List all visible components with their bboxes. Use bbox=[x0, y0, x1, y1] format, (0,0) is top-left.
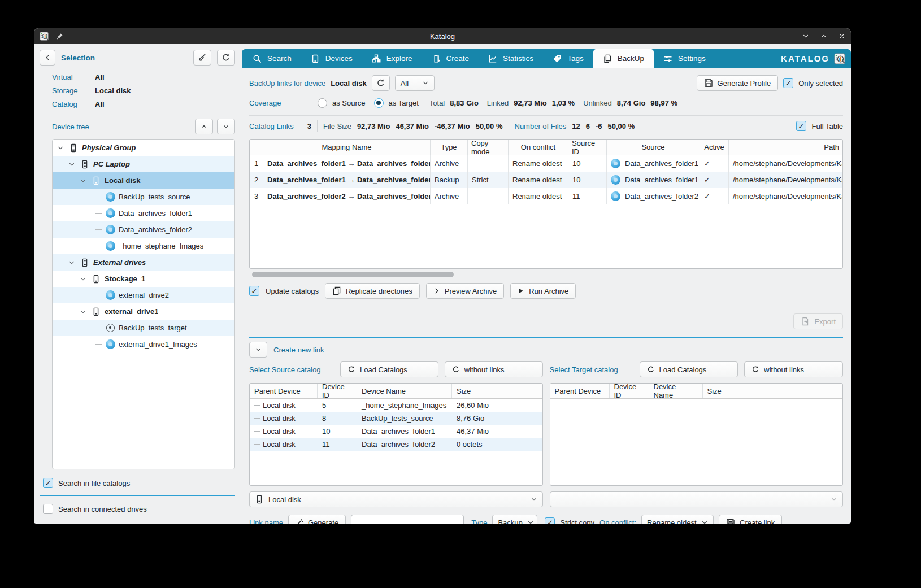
tree-item-external-drive2[interactable]: external_drive2 bbox=[53, 287, 234, 303]
tree-item-backup-tests-target[interactable]: BackUp_tests_target bbox=[53, 320, 234, 336]
chevron-down-icon bbox=[831, 496, 837, 503]
table-row[interactable]: Local disk 11 Data_archives_folder2 0 oc… bbox=[250, 438, 542, 451]
full-table-checkbox[interactable] bbox=[796, 121, 806, 131]
tab-backup[interactable]: BackUp bbox=[593, 49, 654, 68]
chevron-down-icon[interactable] bbox=[56, 145, 65, 151]
tab-devices[interactable]: Devices bbox=[301, 49, 362, 68]
tree-up-button[interactable] bbox=[195, 119, 213, 134]
replicate-directories-button[interactable]: Replicate directories bbox=[325, 283, 420, 299]
tree-item-backup-tests-source[interactable]: BackUp_tests_source bbox=[53, 189, 234, 205]
refresh-selection-button[interactable] bbox=[217, 50, 235, 66]
chevron-down-icon[interactable] bbox=[79, 177, 88, 184]
disk-icon bbox=[91, 275, 101, 284]
broom-icon bbox=[198, 53, 207, 62]
load-target-catalogs-button[interactable]: Load Catalogs bbox=[640, 361, 738, 377]
link-name-input[interactable] bbox=[351, 515, 464, 524]
generate-link-name-button[interactable]: Generate bbox=[288, 515, 346, 524]
target-without-links-button[interactable]: without links bbox=[744, 361, 843, 377]
tree-item-data-archives-folder2[interactable]: Data_archives_folder2 bbox=[53, 221, 234, 238]
clear-selection-button[interactable] bbox=[193, 50, 211, 66]
table-row[interactable]: Local disk 5 _home_stephane_Images 26,60… bbox=[250, 399, 542, 412]
load-source-catalogs-button[interactable]: Load Catalogs bbox=[340, 361, 438, 377]
tree-item-physical-group[interactable]: Physical Group bbox=[53, 140, 234, 156]
tree-item-external-drive1-images[interactable]: external_drive1_Images bbox=[53, 336, 234, 352]
chevron-down-icon[interactable] bbox=[79, 276, 88, 282]
generate-profile-button[interactable]: Generate Profile bbox=[697, 75, 779, 91]
catalog-links-count: 3 bbox=[307, 122, 311, 130]
branch-line bbox=[95, 344, 102, 345]
tab-create[interactable]: Create bbox=[422, 49, 479, 68]
tree-item-local-disk[interactable]: Local disk bbox=[53, 172, 234, 189]
maximize-icon[interactable] bbox=[820, 33, 827, 40]
export-button[interactable]: Export bbox=[793, 313, 843, 329]
collapse-create-link-button[interactable] bbox=[249, 342, 267, 358]
tree-item-data-archives-folder1[interactable]: Data_archives_folder1 bbox=[53, 205, 234, 221]
tab-statistics[interactable]: Statistics bbox=[479, 49, 543, 68]
tab-settings[interactable]: Settings bbox=[654, 49, 715, 68]
chevron-down-icon[interactable] bbox=[79, 308, 88, 315]
create-icon bbox=[432, 54, 441, 63]
only-selected-checkbox[interactable] bbox=[783, 78, 793, 88]
tab-explore[interactable]: Explore bbox=[362, 49, 422, 68]
tree-item-stockage-1[interactable]: Stockage_1 bbox=[53, 271, 234, 287]
backup-panel: BackUp links for device Local disk All G… bbox=[242, 68, 851, 524]
as-source-radio[interactable] bbox=[318, 98, 327, 108]
minimize-icon[interactable] bbox=[802, 33, 809, 40]
tree-down-button[interactable] bbox=[217, 119, 235, 134]
pin-icon[interactable] bbox=[55, 32, 63, 40]
catalog-links-label: Catalog Links bbox=[249, 122, 294, 130]
refresh-links-button[interactable] bbox=[372, 75, 390, 91]
back-button[interactable] bbox=[40, 50, 55, 66]
run-archive-button[interactable]: Run Archive bbox=[510, 283, 576, 299]
catalog-icon bbox=[106, 290, 115, 300]
search-file-catalogs-row[interactable]: Search in file catalogs bbox=[43, 475, 235, 491]
table-row[interactable]: Local disk 10 Data_archives_folder1 46,3… bbox=[250, 425, 542, 438]
tree-item-home-stephane-images[interactable]: _home_stephane_Images bbox=[53, 238, 234, 254]
full-table-label: Full Table bbox=[812, 122, 843, 130]
tree-item-external-drives[interactable]: External drives bbox=[53, 254, 234, 271]
link-type-dropdown[interactable]: Backup bbox=[492, 515, 537, 524]
type-label: Type bbox=[471, 519, 487, 524]
strict-copy-checkbox[interactable] bbox=[545, 517, 555, 524]
update-catalogs-checkbox[interactable] bbox=[249, 286, 259, 296]
on-conflict-dropdown[interactable]: Rename oldest bbox=[641, 515, 714, 524]
search-connected-drives-row[interactable]: Search in connected drives bbox=[43, 501, 235, 517]
chevron-down-icon[interactable] bbox=[67, 259, 76, 266]
chevron-down-icon[interactable] bbox=[67, 161, 76, 168]
titlebar: Katalog bbox=[34, 28, 851, 44]
horizontal-scrollbar[interactable] bbox=[249, 272, 843, 277]
create-link-button[interactable]: Create link bbox=[719, 515, 782, 524]
tree-item-pc-laptop[interactable]: PC Laptop bbox=[53, 156, 234, 172]
close-icon[interactable] bbox=[839, 33, 845, 40]
links-device-value: Local disk bbox=[331, 79, 367, 88]
wand-icon bbox=[296, 519, 303, 524]
source-device-dropdown[interactable]: Local disk bbox=[249, 491, 543, 507]
tree-item-external-drive1[interactable]: external_drive1 bbox=[53, 303, 234, 320]
target-device-dropdown[interactable] bbox=[550, 491, 844, 507]
source-without-links-button[interactable]: without links bbox=[445, 361, 543, 377]
catalog-icon bbox=[611, 191, 620, 201]
search-file-catalogs-label: Search in file catalogs bbox=[58, 479, 130, 487]
branch-line bbox=[95, 213, 102, 214]
coverage-label: Coverage bbox=[249, 99, 312, 107]
search-connected-drives-checkbox[interactable] bbox=[43, 504, 53, 514]
search-file-catalogs-checkbox[interactable] bbox=[43, 478, 53, 488]
select-target-catalog-label: Select Target catalog bbox=[550, 365, 633, 374]
table-row[interactable]: 3 Data_archives_folder2 → Data_archives_… bbox=[250, 188, 842, 204]
search-icon bbox=[253, 54, 262, 63]
table-row[interactable]: Local disk 8 BackUp_tests_source 8,76 Gi… bbox=[250, 412, 542, 425]
divider bbox=[424, 97, 424, 108]
preview-archive-button[interactable]: Preview Archive bbox=[426, 283, 504, 299]
scrollbar-handle[interactable] bbox=[252, 272, 454, 277]
disk-icon bbox=[255, 495, 264, 504]
links-filter-dropdown[interactable]: All bbox=[395, 75, 435, 91]
table-row[interactable]: 1 Data_archives_folder1 → Data_archives_… bbox=[250, 155, 842, 172]
as-target-radio[interactable] bbox=[374, 98, 384, 108]
tab-search[interactable]: Search bbox=[243, 49, 301, 68]
refresh-icon bbox=[647, 365, 655, 373]
tab-tags[interactable]: Tags bbox=[543, 49, 593, 68]
field-label-virtual: Virtual bbox=[52, 73, 95, 81]
table-row[interactable]: 2 Data_archives_folder1 → Data_archives_… bbox=[250, 172, 842, 188]
device-tree: Physical Group PC Laptop Local disk Back… bbox=[52, 139, 235, 469]
catalog-icon bbox=[611, 175, 620, 185]
